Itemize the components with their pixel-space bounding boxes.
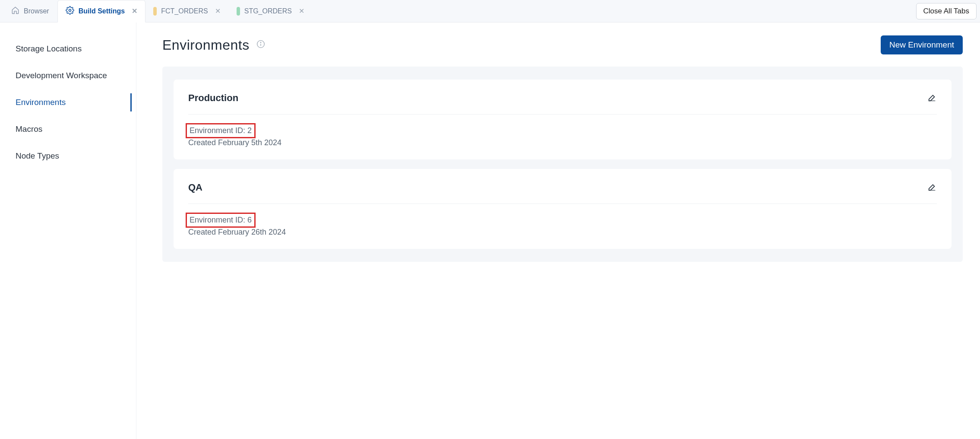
sidebar-item-label: Storage Locations [16,44,82,53]
close-icon[interactable]: ✕ [215,8,221,15]
tab-label: STG_ORDERS [244,7,292,15]
tab-browser[interactable]: Browser [3,0,57,22]
edit-icon [927,97,937,104]
environment-id: Environment ID: 2 [186,123,256,138]
environment-id: Environment ID: 6 [186,213,256,228]
tab-label: Browser [24,7,49,15]
gear-icon [66,6,74,16]
new-environment-button[interactable]: New Environment [881,35,963,54]
content-panel: Environments New Environment Production [136,22,980,439]
edit-environment-button[interactable] [927,93,937,104]
close-icon[interactable]: ✕ [299,8,304,15]
tab-stg-orders[interactable]: STG_ORDERS ✕ [229,0,313,22]
environment-card: Production Environment ID: 2 Created Feb… [174,80,952,159]
info-icon[interactable] [256,40,265,50]
sidebar-item-label: Development Workspace [16,71,107,80]
sidebar-item-environments[interactable]: Environments [0,89,136,116]
tab-swatch [237,7,240,16]
environment-name: Production [188,92,238,104]
sidebar-item-label: Node Types [16,151,59,160]
tab-label: FCT_ORDERS [161,7,208,15]
sidebar-item-macros[interactable]: Macros [0,116,136,143]
environment-created: Created February 5th 2024 [188,138,937,147]
sidebar-item-storage-locations[interactable]: Storage Locations [0,35,136,62]
sidebar-item-development-workspace[interactable]: Development Workspace [0,62,136,89]
settings-sidebar: Storage Locations Development Workspace … [0,22,136,439]
sidebar-item-node-types[interactable]: Node Types [0,143,136,169]
close-icon[interactable]: ✕ [132,8,137,15]
environments-list: Production Environment ID: 2 Created Feb… [162,67,963,262]
tab-bar: Browser Build Settings ✕ FCT_ORDERS ✕ ST… [0,0,980,22]
page-title: Environments [162,37,250,53]
tab-swatch [153,7,157,16]
sidebar-item-label: Environments [16,98,66,107]
page-header: Environments New Environment [162,35,963,54]
close-all-tabs-button[interactable]: Close All Tabs [916,3,977,19]
svg-point-3 [260,42,261,43]
environment-name: QA [188,182,202,193]
environment-created: Created February 26th 2024 [188,228,937,237]
sidebar-item-label: Macros [16,124,42,134]
tab-label: Build Settings [79,7,125,15]
edit-icon [927,187,937,193]
home-icon [11,6,19,16]
environment-card: QA Environment ID: 6 Created February 26… [174,169,952,249]
edit-environment-button[interactable] [927,182,937,193]
tab-build-settings[interactable]: Build Settings ✕ [57,0,146,22]
svg-point-0 [69,10,71,12]
tab-fct-orders[interactable]: FCT_ORDERS ✕ [145,0,228,22]
